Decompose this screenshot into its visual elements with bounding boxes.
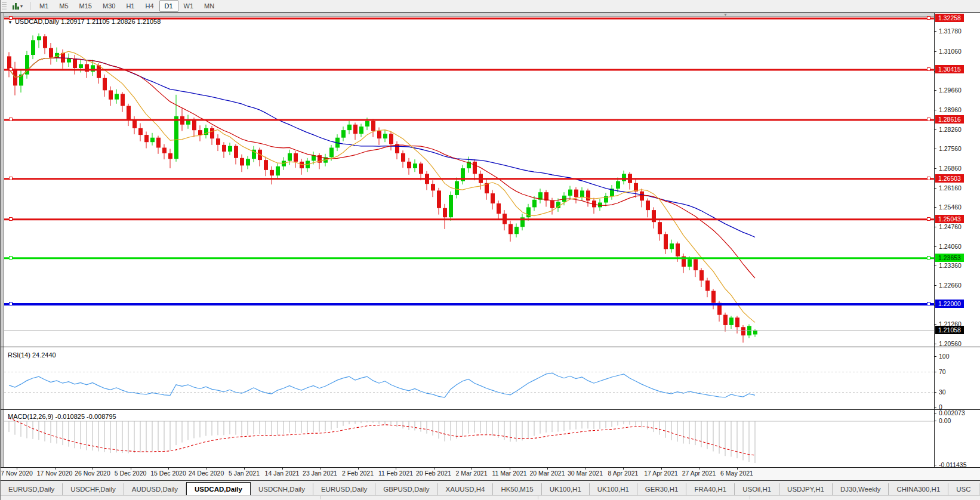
hline-anchor-handle[interactable] (9, 67, 13, 71)
chart-tab-gbpusd[interactable]: GBPUSD,Daily (375, 483, 437, 496)
rsi-tick-mark (934, 372, 936, 372)
price-tick-label: 1.28260 (939, 126, 961, 133)
chart-title: ▼USDCAD,Daily 1.20917 1.21105 1.20826 1.… (8, 18, 161, 25)
chart-tab-usdjpy[interactable]: USDJPY,H1 (779, 483, 833, 496)
hline-anchor-handle[interactable] (927, 302, 930, 305)
price-tick-mark (934, 227, 936, 227)
macd-scale-label: 0.00 (939, 417, 951, 424)
panel-separator[interactable] (1, 347, 980, 347)
timeframe-buttons: M1M5M15M30H1H4D1W1MN (34, 0, 220, 12)
timeframe-button-m1[interactable]: M1 (34, 0, 54, 12)
hline-anchor-handle[interactable] (9, 217, 13, 221)
chart-tab-ger30[interactable]: GER30,H1 (637, 483, 687, 496)
hline-anchor-handle[interactable] (9, 177, 13, 180)
macd-tick-mark (934, 413, 936, 413)
chart-tab-audusd[interactable]: AUDUSD,Daily (124, 483, 186, 496)
price-tick-label: 1.24060 (939, 243, 961, 250)
price-tick-mark (934, 149, 936, 149)
timeframe-button-d1[interactable]: D1 (159, 0, 178, 12)
hline-anchor-handle[interactable] (927, 118, 930, 121)
candlestick-chart-icon (13, 3, 19, 10)
price-tick-label: 1.24760 (939, 223, 961, 230)
timeframe-button-mn[interactable]: MN (199, 0, 220, 12)
price-tick-label: 1.20560 (939, 340, 961, 347)
price-axis-border (934, 13, 935, 467)
chart-tab-dj30[interactable]: DJ30,Weekly (833, 483, 889, 496)
price-tick-mark (934, 168, 936, 169)
macd-tick-mark (934, 421, 936, 421)
rsi-level-label: 100 (939, 353, 950, 360)
hline-anchor-handle[interactable] (927, 256, 930, 260)
price-tick-label: 1.31780 (939, 27, 961, 35)
hline-price-label: 1.22000 (935, 300, 964, 308)
macd-canvas[interactable] (4, 411, 934, 467)
symbol-dropdown-icon[interactable]: ▼ (8, 20, 13, 25)
date-tick-label: 6 May 2021 (710, 470, 764, 477)
price-tick-label: 1.22660 (939, 282, 961, 289)
toolbar-grip[interactable] (2, 2, 7, 10)
timeframe-button-m15[interactable]: M15 (74, 0, 97, 12)
current-price-label: 1.21058 (935, 326, 964, 334)
hline-anchor-handle[interactable] (9, 256, 13, 260)
toolbar-separator (30, 2, 30, 10)
panel-separator[interactable] (1, 409, 980, 410)
chart-tab-uk100[interactable]: UK100,H1 (590, 483, 637, 496)
price-tick-mark (934, 188, 936, 189)
main-chart-canvas[interactable] (4, 13, 934, 346)
price-tick-mark (934, 90, 936, 91)
hline-anchor-handle[interactable] (927, 177, 930, 180)
chart-tab-usdchf[interactable]: USDCHF,Daily (63, 483, 124, 496)
price-tick-label: 1.25460 (939, 203, 961, 211)
chart-tab-usoil[interactable]: USOil,H1 (735, 483, 779, 496)
rsi-tick-mark (934, 392, 936, 393)
chart-tab-uk100[interactable]: UK100,H1 (542, 483, 590, 496)
rsi-tick-mark (934, 356, 936, 357)
chart-tab-usc[interactable]: USC (948, 483, 979, 496)
price-tick-label: 1.27560 (939, 145, 961, 152)
tab-scrollbar-strip[interactable] (1, 495, 980, 500)
price-tick-mark (934, 51, 936, 52)
price-tick-mark (934, 110, 936, 110)
chart-tab-bar: EURUSD,DailyUSDCHF,DailyAUDUSD,DailyUSDC… (1, 480, 980, 496)
price-tick-label: 1.29660 (939, 87, 961, 94)
hline-price-label: 1.25043 (935, 215, 964, 223)
price-tick-mark (934, 266, 936, 266)
chart-tab-xauusd[interactable]: XAUUSD,H4 (438, 483, 494, 496)
rsi-level-label: 70 (939, 368, 946, 375)
scrollbar-notch (750, 496, 750, 499)
timeframe-toolbar: ▾ M1M5M15M30H1H4D1W1MN (1, 0, 980, 13)
chart-tab-eurusd[interactable]: EURUSD,Daily (1, 483, 63, 496)
price-tick-mark (934, 285, 936, 286)
chart-tab-usdcnh[interactable]: USDCNH,Daily (251, 483, 313, 496)
chart-tab-usdcad[interactable]: USDCAD,Daily (186, 482, 251, 496)
chart-type-button[interactable]: ▾ (9, 1, 26, 11)
chevron-down-icon: ▾ (20, 4, 23, 9)
price-tick-mark (934, 31, 936, 32)
hline-anchor-handle[interactable] (9, 16, 13, 20)
chart-tab-fra40[interactable]: FRA40,H1 (686, 483, 735, 496)
price-tick-mark (934, 129, 936, 130)
timeframe-button-m30[interactable]: M30 (97, 0, 121, 12)
rsi-label: RSI(14) 24.2440 (8, 351, 56, 359)
hline-anchor-handle[interactable] (927, 16, 930, 20)
timeframe-button-m5[interactable]: M5 (54, 0, 73, 12)
chart-tab-hk50[interactable]: HK50,M15 (493, 483, 541, 496)
chart-tab-eurusd[interactable]: EURUSD,Daily (313, 483, 375, 496)
hline-price-label: 1.28616 (935, 115, 964, 124)
hline-price-label: 1.30415 (935, 65, 964, 73)
hline-anchor-handle[interactable] (9, 302, 13, 305)
price-tick-label: 1.26860 (939, 165, 961, 172)
timeframe-button-h1[interactable]: H1 (121, 0, 140, 12)
rsi-canvas[interactable] (4, 348, 934, 409)
hline-anchor-handle[interactable] (927, 67, 930, 71)
timeframe-button-w1[interactable]: W1 (178, 0, 199, 12)
hline-anchor-handle[interactable] (9, 118, 13, 121)
hline-anchor-handle[interactable] (927, 217, 930, 221)
price-tick-label: 1.26160 (939, 184, 961, 192)
chart-tab-china300[interactable]: CHINA300,H1 (889, 483, 948, 496)
price-tick-label: 1.23360 (939, 262, 961, 269)
hline-price-label: 1.32258 (935, 14, 964, 22)
timeframe-button-h4[interactable]: H4 (140, 0, 159, 12)
price-tick-mark (934, 324, 936, 325)
macd-scale-label: 0.002073 (939, 409, 965, 416)
